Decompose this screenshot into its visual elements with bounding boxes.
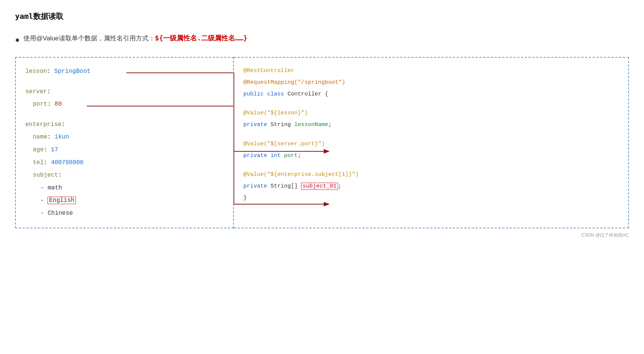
code-blank-3	[243, 162, 619, 169]
code-line-value-port: @Value("${server.port}")	[243, 139, 619, 150]
code-line-close: }	[243, 192, 619, 204]
yaml-box: lesson: SpringBoot server: port: 80 ente…	[15, 57, 234, 228]
yaml-line-tel: tel: 400700800	[33, 157, 224, 169]
yaml-line-age: age: 17	[33, 144, 224, 157]
code-blank-1	[243, 100, 619, 108]
yaml-blank-1	[25, 78, 224, 86]
code-line-restcontroller: @RestController	[243, 65, 619, 77]
yaml-line-enterprise: enterprise:	[25, 119, 224, 131]
code-box: @RestController @RequestMapping("/spring…	[234, 57, 629, 228]
page-title: yaml数据读取	[15, 11, 629, 22]
yaml-line-math: - math	[40, 182, 224, 195]
bullet-dot: ●	[15, 34, 20, 46]
code-blank-2	[243, 131, 619, 139]
yaml-line-name: name: ikun	[33, 131, 224, 144]
yaml-line-lesson: lesson: SpringBoot	[25, 65, 224, 78]
code-line-subject01: private String[] subject_01;	[243, 181, 619, 192]
watermark: CSDN @过了样例就AC	[15, 232, 629, 239]
code-line-value-subject: @Value("${enterprise.subject[1]}")	[243, 169, 619, 181]
yaml-blank-2	[25, 111, 224, 119]
code-line-class: public class Controller {	[243, 89, 619, 100]
code-line-port: private int port;	[243, 150, 619, 162]
code-line-requestmapping: @RequestMapping("/springboot")	[243, 77, 619, 89]
bullet-prefix: 使用@Value读取单个数据，属性名引用方式：	[23, 35, 155, 42]
code-line-lessonname: private String lessonName;	[243, 119, 619, 131]
bullet-highlight: ${一级属性名.二级属性名……}	[155, 34, 247, 42]
code-line-value-lesson: @Value("${lesson}")	[243, 108, 619, 119]
yaml-line-port: port: 80	[33, 98, 224, 111]
bullet-text: 使用@Value读取单个数据，属性名引用方式：${一级属性名.二级属性名……}	[23, 33, 247, 44]
yaml-line-chinese: - Chinese	[40, 207, 224, 220]
yaml-line-subject: subject:	[33, 169, 224, 182]
yaml-line-server: server:	[25, 86, 224, 99]
diagram-wrapper: lesson: SpringBoot server: port: 80 ente…	[15, 57, 629, 228]
yaml-line-english: - English	[40, 194, 224, 207]
